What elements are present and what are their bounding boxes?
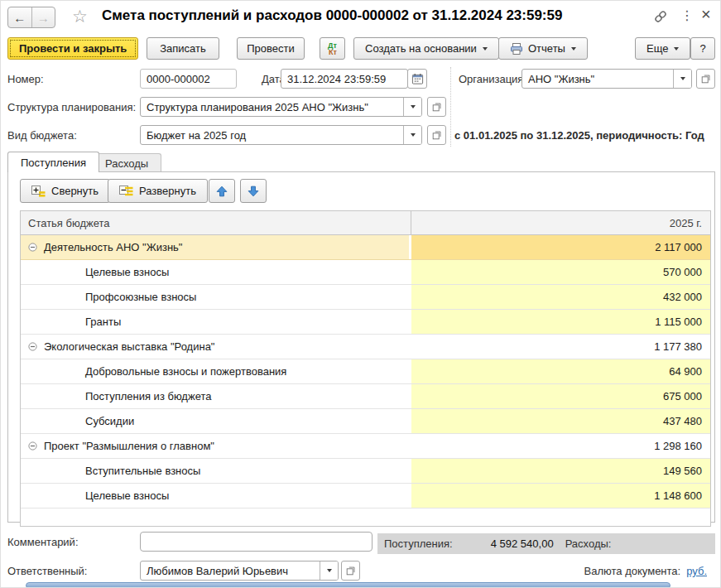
calendar-button[interactable] xyxy=(407,69,427,89)
organization-dropdown-button[interactable] xyxy=(673,70,691,88)
row-value-cell[interactable]: 1 298 160 xyxy=(411,434,710,458)
more-button[interactable]: Еще xyxy=(635,37,690,60)
currency-link[interactable]: руб. xyxy=(686,565,707,577)
row-value-cell[interactable]: 149 560 xyxy=(411,459,710,483)
organization-open-button[interactable] xyxy=(696,69,715,89)
row-label: Деятельность АНО "Жизнь" xyxy=(44,241,182,253)
chevron-down-icon xyxy=(483,47,488,51)
collapse-label: Свернуть xyxy=(51,185,99,197)
arrow-down-icon xyxy=(247,185,260,198)
row-label-cell[interactable]: Деятельность АНО "Жизнь" xyxy=(21,235,411,259)
chevron-down-icon xyxy=(571,47,576,51)
planning-structure-dropdown-button[interactable] xyxy=(403,98,421,116)
column-header-2025[interactable]: 2025 г. xyxy=(411,217,710,229)
row-value-cell[interactable]: 570 000 xyxy=(411,260,710,284)
post-and-close-button[interactable]: Провести и закрыть xyxy=(7,37,138,60)
table-row[interactable]: Экологическая выставка "Родина"1 177 380 xyxy=(21,335,710,359)
row-label-cell[interactable]: Поступления из бюджета xyxy=(21,384,411,408)
totals-bar: Поступления: 4 592 540,00 Расходы: xyxy=(377,533,715,554)
table-row[interactable]: Профсоюзные взносы432 000 xyxy=(21,285,710,310)
tab-postupleniya[interactable]: Поступления xyxy=(7,152,99,172)
kebab-menu-icon[interactable]: ⋮ xyxy=(680,7,694,23)
table-row[interactable]: Проект "Размышления о главном"1 298 160 xyxy=(21,434,710,459)
table-row[interactable]: Поступления из бюджета675 000 xyxy=(21,384,710,409)
responsible-dropdown-button[interactable] xyxy=(320,561,338,580)
budget-kind-input[interactable]: Бюджет на 2025 год xyxy=(140,125,422,145)
move-up-button[interactable] xyxy=(209,179,235,203)
forward-arrow-icon: → xyxy=(37,11,50,25)
row-value: 1 148 600 xyxy=(654,489,702,502)
row-label: Профсоюзные взносы xyxy=(85,291,196,303)
row-label-cell[interactable]: Субсидии xyxy=(21,409,411,433)
date-input[interactable]: 31.12.2024 23:59:59 xyxy=(281,69,408,89)
table-row[interactable]: Субсидии437 480 xyxy=(21,409,710,434)
row-value-cell[interactable]: 432 000 xyxy=(411,285,710,309)
row-label-cell[interactable]: Целевые взносы xyxy=(21,260,411,284)
get-link-icon[interactable] xyxy=(653,9,668,27)
row-label-cell[interactable]: Экологическая выставка "Родина" xyxy=(21,335,411,359)
tab-rashody[interactable]: Расходы xyxy=(92,153,161,172)
comment-value xyxy=(141,533,372,551)
move-down-button[interactable] xyxy=(240,179,267,203)
planning-structure-open-button[interactable] xyxy=(427,97,446,117)
number-value: 0000-000002 xyxy=(141,70,236,88)
nav-back-button[interactable]: ← xyxy=(8,7,31,27)
dtkt-postings-button[interactable]: Дт Кт xyxy=(320,37,345,60)
chevron-down-icon xyxy=(674,47,679,51)
collapse-group-icon[interactable] xyxy=(28,441,37,451)
table-row[interactable]: Добровольные взносы и пожертвования64 90… xyxy=(21,359,710,384)
close-icon[interactable]: × xyxy=(701,5,711,24)
row-label-cell[interactable]: Профсоюзные взносы xyxy=(21,285,411,309)
row-value-cell[interactable]: 675 000 xyxy=(411,384,710,408)
number-input[interactable]: 0000-000002 xyxy=(140,69,237,89)
table-row[interactable]: Целевые взносы1 148 600 xyxy=(21,484,710,508)
row-value-cell[interactable]: 2 117 000 xyxy=(411,235,710,259)
chevron-down-icon xyxy=(411,105,416,108)
create-based-on-button[interactable]: Создать на основании xyxy=(353,37,499,60)
table-row[interactable]: Деятельность АНО "Жизнь"2 117 000 xyxy=(21,235,710,260)
row-value: 675 000 xyxy=(663,390,702,402)
table-row[interactable]: Вступительные взносы149 560 xyxy=(21,459,710,484)
currency-row: Валюта документа: руб. xyxy=(584,565,707,577)
table-empty-area[interactable] xyxy=(21,508,710,526)
open-in-new-icon xyxy=(431,129,443,141)
save-button[interactable]: Записать xyxy=(147,37,219,60)
row-value-cell[interactable]: 1 115 000 xyxy=(411,310,710,334)
help-button[interactable]: ? xyxy=(690,37,715,60)
column-header-article[interactable]: Статья бюджета xyxy=(21,211,411,234)
reports-label: Отчеты xyxy=(528,42,565,55)
currency-label: Валюта документа: xyxy=(584,565,681,577)
row-value: 432 000 xyxy=(663,291,702,303)
row-label-cell[interactable]: Добровольные взносы и пожертвования xyxy=(21,359,411,383)
responsible-open-button[interactable] xyxy=(341,561,360,581)
row-value: 149 560 xyxy=(663,465,702,477)
planning-structure-input[interactable]: Структура планирования 2025 АНО "Жизнь" xyxy=(140,97,422,117)
responsible-input[interactable]: Любимов Валерий Юрьевич xyxy=(140,561,339,581)
row-value-cell[interactable]: 64 900 xyxy=(411,359,710,383)
row-label-cell[interactable]: Целевые взносы xyxy=(21,484,411,508)
expand-button[interactable]: Развернуть xyxy=(108,179,208,203)
row-value-cell[interactable]: 1 177 380 xyxy=(411,335,710,359)
budget-kind-open-button[interactable] xyxy=(427,125,446,145)
row-label-cell[interactable]: Вступительные взносы xyxy=(21,459,411,483)
help-label: ? xyxy=(699,42,705,55)
comment-input[interactable] xyxy=(140,532,373,552)
post-button[interactable]: Провести xyxy=(237,37,305,60)
table-row[interactable]: Целевые взносы570 000 xyxy=(21,260,710,285)
table-row[interactable]: Гранты1 115 000 xyxy=(21,310,710,335)
nav-forward-button[interactable]: → xyxy=(31,7,55,27)
row-label-cell[interactable]: Гранты xyxy=(21,310,411,334)
reports-button[interactable]: Отчеты xyxy=(498,37,588,60)
collapse-group-icon[interactable] xyxy=(28,243,37,252)
bottom-scrollbar-thumb[interactable] xyxy=(26,582,671,588)
organization-input[interactable]: АНО "Жизнь" xyxy=(522,69,692,89)
collapse-group-icon[interactable] xyxy=(28,342,37,351)
row-label: Целевые взносы xyxy=(85,489,169,502)
row-value-cell[interactable]: 1 148 600 xyxy=(411,484,710,508)
favorite-star-icon[interactable]: ☆ xyxy=(72,7,88,27)
budget-kind-dropdown-button[interactable] xyxy=(403,126,421,144)
back-arrow-icon: ← xyxy=(13,11,26,25)
row-label-cell[interactable]: Проект "Размышления о главном" xyxy=(21,434,411,458)
row-value-cell[interactable]: 437 480 xyxy=(411,409,710,433)
collapse-button[interactable]: Свернуть xyxy=(20,179,110,203)
